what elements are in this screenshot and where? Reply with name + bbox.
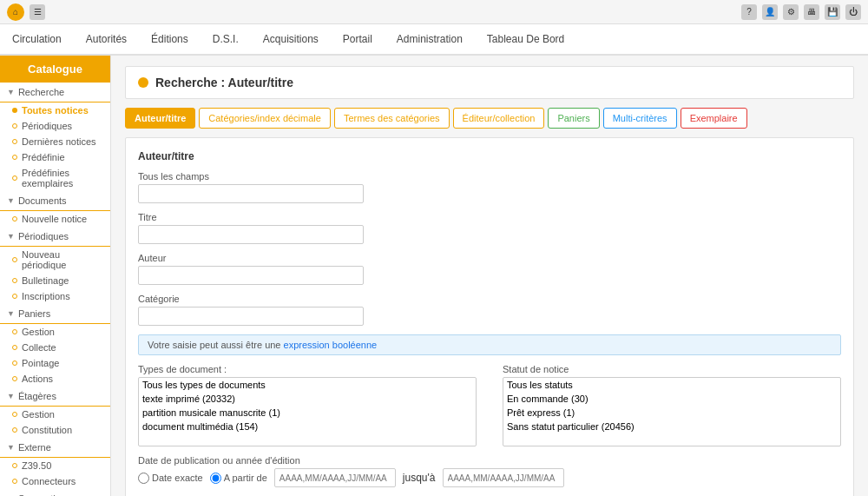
date-partir-radio[interactable] [210,473,221,484]
sidebar-item-periodiques[interactable]: Périodiques [0,118,110,134]
tab-categories-index[interactable]: Catégories/index décimale [199,108,331,129]
bookmark-icon[interactable]: ☰ [30,4,45,20]
types-doc-option[interactable]: document multimédia (154) [139,420,476,433]
date-jusqua-input[interactable] [443,468,564,487]
sidebar-item-gestion-etageres[interactable]: Gestion [0,407,110,422]
sidebar-item-label: Périodiques [22,121,72,131]
sidebar-item-bulletinage[interactable]: Bulletinage [0,273,110,288]
sidebar-section-paniers[interactable]: ▼ Paniers [0,304,110,324]
types-doc-option[interactable]: partition musicale manuscrite (1) [139,406,476,420]
sidebar-section-documents[interactable]: ▼ Documents [0,191,110,211]
nav-circulation[interactable]: Circulation [0,24,74,56]
page-title: Recherche : Auteur/titre [155,76,293,89]
print-icon[interactable]: 🖶 [804,4,819,20]
sidebar-item-nouvelle-notice[interactable]: Nouvelle notice [0,211,110,227]
sidebar-section-suggestions[interactable]: ▼ Suggestions [0,489,110,496]
nav-dsi[interactable]: D.S.I. [201,24,251,56]
sidebar-item-nouveau-periodique[interactable]: Nouveau périodique [0,247,110,273]
boolean-link[interactable]: expression booléenne [284,340,378,350]
top-bar-right: ? 👤 ⚙ 🖶 💾 ⏻ [741,4,861,20]
bullet-empty-icon [12,294,17,299]
statut-option[interactable]: Tous les statuts [503,378,840,392]
statut-col: Statut de notice Tous les statuts En com… [503,364,841,446]
date-partir-label: A partir de [224,473,267,483]
sidebar-item-z3950[interactable]: Z39.50 [0,458,110,473]
home-icon[interactable]: ⌂ [7,3,24,21]
bullet-empty-icon [12,216,17,222]
tab-editeur-collection[interactable]: Éditeur/collection [453,108,545,129]
sidebar-item-label: Connecteurs [22,476,76,486]
types-doc-label: Types de document : [138,364,477,374]
sidebar-item-label: Nouveau périodique [22,249,103,270]
tab-termes-categories[interactable]: Termes des catégories [334,108,450,129]
statut-option[interactable]: En commande (30) [503,392,840,406]
bullet-empty-icon [12,155,17,160]
nav-portail[interactable]: Portail [331,24,385,56]
sidebar-item-predefinie[interactable]: Prédéfinie [0,149,110,165]
tab-paniers[interactable]: Paniers [548,108,599,129]
date-partir-radio-label[interactable]: A partir de [210,473,267,484]
arrow-icon: ▼ [7,392,15,400]
bullet-icon [12,108,17,113]
sidebar-item-toutes-notices[interactable]: Toutes notices [0,103,110,118]
tab-auteur-titre[interactable]: Auteur/titre [125,108,195,129]
types-doc-option[interactable]: texte imprimé (20332) [139,392,476,406]
export-icon[interactable]: 💾 [825,4,840,20]
statut-option[interactable]: Sans statut particulier (20456) [503,420,840,433]
nav-administration[interactable]: Administration [385,24,475,56]
logout-icon[interactable]: ⏻ [845,4,861,20]
sidebar-section-etageres[interactable]: ▼ Étagères [0,387,110,407]
date-exacte-radio[interactable] [138,473,149,484]
sidebar-item-label: Nouvelle notice [22,214,87,224]
sidebar-item-label: Constitution [22,425,72,435]
date-row: Date exacte A partir de jusqu'à [138,468,841,487]
categorie-input[interactable] [138,307,364,326]
date-partir-input[interactable] [274,468,396,487]
statut-option[interactable]: Prêt express (1) [503,406,840,420]
auteur-label: Auteur [138,253,841,263]
form-section: Auteur/titre Tous les champs Titre Auteu… [125,137,854,496]
sidebar-section-label: Paniers [18,308,50,319]
sidebar-section-periodiques[interactable]: ▼ Périodiques [0,227,110,247]
sidebar-item-label: Z39.50 [22,460,51,471]
sidebar-section-recherche[interactable]: ▼ Recherche [0,83,110,103]
sidebar-item-gestion-paniers[interactable]: Gestion [0,324,110,340]
nav-tableau-de-bord[interactable]: Tableau De Bord [475,24,576,56]
sidebar-section-externe[interactable]: ▼ Externe [0,438,110,458]
sidebar-item-constitution[interactable]: Constitution [0,422,110,438]
nav-autorites[interactable]: Autorités [74,24,139,56]
types-doc-select[interactable]: Tous les types de documents texte imprim… [138,377,477,446]
tab-multi-criteres[interactable]: Multi-critères [603,108,677,129]
date-section-label: Date de publication ou année d'édition [138,455,841,466]
tous-champs-input[interactable] [138,184,364,203]
sidebar-item-actions[interactable]: Actions [0,371,110,387]
user-icon[interactable]: 👤 [762,4,778,20]
titre-input[interactable] [138,225,364,244]
sidebar-item-inscriptions[interactable]: Inscriptions [0,288,110,304]
sidebar-item-connecteurs[interactable]: Connecteurs [0,473,110,489]
bullet-empty-icon [12,175,17,181]
sidebar-item-predefinies-exemplaires[interactable]: Prédéfinies exemplaires [0,165,110,191]
nav-editions[interactable]: Éditions [139,24,201,56]
sidebar-item-label: Inscriptions [22,291,70,301]
main-content: Recherche : Auteur/titre Auteur/titre Ca… [111,56,868,496]
bullet-empty-icon [12,329,17,334]
bullet-empty-icon [12,139,17,144]
help-icon[interactable]: ? [741,4,757,20]
layout: Catalogue ▼ Recherche Toutes notices Pér… [0,56,868,496]
sidebar-item-label: Pointage [22,358,59,368]
sidebar-item-collecte[interactable]: Collecte [0,340,110,355]
sidebar-item-pointage[interactable]: Pointage [0,355,110,371]
settings-icon[interactable]: ⚙ [783,4,799,20]
statut-select[interactable]: Tous les statuts En commande (30) Prêt e… [503,377,841,446]
date-section: Date de publication ou année d'édition D… [138,455,841,487]
sidebar-item-dernieres-notices[interactable]: Dernières notices [0,134,110,149]
date-exacte-radio-label[interactable]: Date exacte [138,473,203,484]
form-section-title: Auteur/titre [138,150,841,162]
auteur-input[interactable] [138,266,364,285]
tab-exemplaire[interactable]: Exemplaire [681,108,747,129]
bullet-empty-icon [12,412,17,417]
nav-acquisitions[interactable]: Acquisitions [251,24,331,56]
types-doc-option[interactable]: Tous les types de documents [139,378,476,392]
boolean-hint-text: Votre saisie peut aussi être une [148,340,280,350]
